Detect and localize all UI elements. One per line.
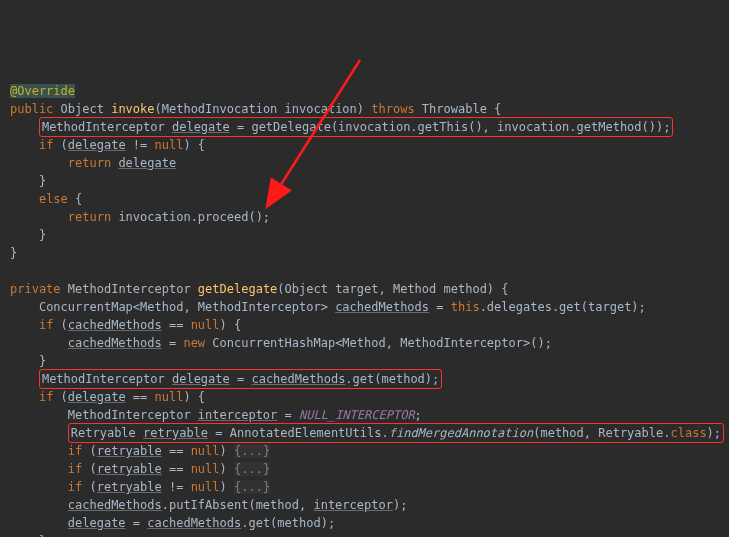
text: == [162, 462, 191, 476]
method-name: invoke [111, 102, 154, 116]
brace: } [39, 174, 46, 188]
text: ); [393, 498, 407, 512]
code-line: MethodInterceptor delegate = cachedMetho… [10, 370, 719, 388]
keyword-this: this [451, 300, 480, 314]
code-line: if (retryable == null) {...} [10, 442, 719, 460]
text: == [162, 318, 191, 332]
var-cachedMethods: cachedMethods [147, 516, 241, 530]
constant: NULL_INTERCEPTOR [299, 408, 415, 422]
keyword-if: if [68, 480, 82, 494]
keyword-private: private [10, 282, 61, 296]
code-line: return delegate [10, 154, 719, 172]
text: ) [220, 462, 234, 476]
text: ( [82, 462, 96, 476]
keyword-null: null [191, 318, 220, 332]
text: ( [53, 318, 67, 332]
text: MethodInterceptor [68, 408, 198, 422]
brace: } [39, 228, 46, 242]
text: Retryable [71, 426, 143, 440]
text: ConcurrentHashMap<Method, MethodIntercep… [205, 336, 552, 350]
code-fold[interactable]: {...} [234, 480, 270, 494]
keyword-class: class [670, 426, 706, 440]
keyword-null: null [191, 462, 220, 476]
text: .get(method); [345, 372, 439, 386]
var-cachedMethods: cachedMethods [251, 372, 345, 386]
var-cachedMethods: cachedMethods [335, 300, 429, 314]
var-cachedMethods: cachedMethods [68, 336, 162, 350]
keyword-return: return [68, 156, 111, 170]
keyword-if: if [68, 462, 82, 476]
brace: } [39, 354, 46, 368]
code-line: if (delegate != null) { [10, 136, 719, 154]
keyword-if: if [39, 390, 53, 404]
code-line: private MethodInterceptor getDelegate(Ob… [10, 280, 719, 298]
var-delegate: delegate [68, 138, 126, 152]
method-call: findMergedAnnotation [389, 426, 534, 440]
var-interceptor: interceptor [198, 408, 277, 422]
text: MethodInterceptor [61, 282, 198, 296]
keyword-else: else [39, 192, 68, 206]
keyword-return: return [68, 210, 111, 224]
text: ( [82, 444, 96, 458]
code-fold[interactable]: {...} [234, 444, 270, 458]
text: { [68, 192, 82, 206]
text: = [230, 372, 252, 386]
text: ( [53, 138, 67, 152]
highlight-box: MethodInterceptor delegate = cachedMetho… [39, 369, 442, 389]
text: ; [415, 408, 422, 422]
text: invocation.proceed(); [111, 210, 270, 224]
code-line: } [10, 352, 719, 370]
text: = AnnotatedElementUtils. [208, 426, 389, 440]
keyword-if: if [39, 318, 53, 332]
code-fold[interactable]: {...} [234, 462, 270, 476]
code-line: ConcurrentMap<Method, MethodInterceptor>… [10, 298, 719, 316]
code-line: if (delegate == null) { [10, 388, 719, 406]
text: ) { [220, 318, 242, 332]
highlight-box: MethodInterceptor delegate = getDelegate… [39, 117, 674, 137]
text: ); [707, 426, 721, 440]
var-retryable: retryable [97, 480, 162, 494]
text: ( [53, 390, 67, 404]
text: = getDelegate(invocation.getThis(), invo… [230, 120, 671, 134]
code-line: cachedMethods.putIfAbsent(method, interc… [10, 496, 719, 514]
var-delegate: delegate [68, 516, 126, 530]
var-delegate: delegate [172, 120, 230, 134]
brace: } [10, 246, 17, 260]
text: .get(method); [241, 516, 335, 530]
var-delegate: delegate [68, 390, 126, 404]
text: ) { [183, 390, 205, 404]
keyword-null: null [155, 390, 184, 404]
code-line: MethodInterceptor interceptor = NULL_INT… [10, 406, 719, 424]
code-line: else { [10, 190, 719, 208]
code-line: Retryable retryable = AnnotatedElementUt… [10, 424, 719, 442]
type: MethodInterceptor [42, 120, 172, 134]
var-cachedMethods: cachedMethods [68, 318, 162, 332]
text: (method, Retryable. [533, 426, 670, 440]
keyword-if: if [68, 444, 82, 458]
text: ) { [183, 138, 205, 152]
code-line: return invocation.proceed(); [10, 208, 719, 226]
text: == [126, 390, 155, 404]
code-line: delegate = cachedMethods.get(method); [10, 514, 719, 532]
text: MethodInterceptor [42, 372, 172, 386]
code-line: } [10, 532, 719, 537]
var-retryable: retryable [143, 426, 208, 440]
code-line: if (retryable != null) {...} [10, 478, 719, 496]
code-line: } [10, 244, 719, 262]
keyword-throws: throws [371, 102, 414, 116]
var-interceptor: interceptor [313, 498, 392, 512]
text: = [277, 408, 299, 422]
var-retryable: retryable [97, 462, 162, 476]
code-editor[interactable]: @Overridepublic Object invoke(MethodInvo… [10, 82, 719, 537]
method-name: getDelegate [198, 282, 277, 296]
var-retryable: retryable [97, 444, 162, 458]
code-line: cachedMethods = new ConcurrentHashMap<Me… [10, 334, 719, 352]
var-cachedMethods: cachedMethods [68, 498, 162, 512]
text: ) [220, 480, 234, 494]
var-delegate: delegate [172, 372, 230, 386]
keyword-null: null [155, 138, 184, 152]
code-line: if (retryable == null) {...} [10, 460, 719, 478]
text: .delegates.get(target); [480, 300, 646, 314]
text: == [162, 444, 191, 458]
text: != [162, 480, 191, 494]
